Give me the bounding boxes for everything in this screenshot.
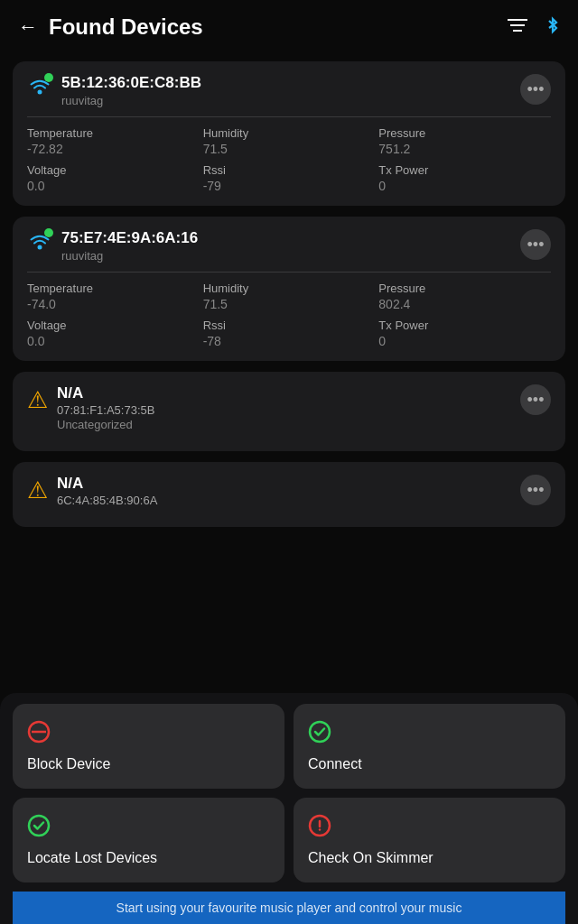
stat-temperature: Temperature -72.82 — [27, 126, 200, 156]
device-mac: 5B:12:36:0E:C8:BB — [61, 74, 201, 92]
wifi-container — [27, 74, 52, 103]
humidity-value: 71.5 — [203, 297, 376, 311]
action-overlay: Block Device Connect Locate Lost Devices — [0, 693, 578, 924]
locate-lost-button[interactable]: Locate Lost Devices — [13, 798, 284, 882]
rssi-value: -79 — [203, 179, 376, 193]
humidity-label: Humidity — [203, 282, 376, 295]
txpower-label: Tx Power — [378, 163, 551, 177]
svg-point-7 — [310, 722, 330, 742]
txpower-label: Tx Power — [378, 319, 551, 332]
temperature-label: Temperature — [27, 126, 200, 140]
divider — [27, 272, 551, 273]
device-header: ⚠ N/A 6C:4A:85:4B:90:6A ••• — [27, 475, 551, 507]
skimmer-icon — [308, 814, 331, 843]
rssi-label: Rssi — [203, 319, 376, 332]
warning-icon: ⚠ — [27, 476, 48, 504]
rssi-value: -78 — [203, 334, 376, 348]
device-header: ⚠ N/A 07:81:F1:A5:73:5B Uncategorized ••… — [27, 384, 551, 431]
pressure-value: 751.2 — [378, 142, 551, 156]
temperature-value: -72.82 — [27, 142, 200, 156]
device-category: Uncategorized — [57, 418, 154, 431]
device-card: 5B:12:36:0E:C8:BB ruuvitag ••• Temperatu… — [13, 61, 565, 206]
pressure-label: Pressure — [378, 282, 551, 295]
device-name: N/A — [57, 384, 154, 402]
txpower-value: 0 — [378, 179, 551, 193]
device-list: 5B:12:36:0E:C8:BB ruuvitag ••• Temperatu… — [0, 54, 578, 534]
check-skimmer-button[interactable]: Check On Skimmer — [294, 798, 565, 882]
connect-button[interactable]: Connect — [294, 704, 565, 789]
page-title: Found Devices — [49, 14, 203, 40]
device-type: ruuvitag — [61, 94, 201, 107]
divider — [27, 116, 551, 117]
svg-point-3 — [38, 90, 42, 95]
device-name-group: 5B:12:36:0E:C8:BB ruuvitag — [61, 74, 201, 107]
stat-voltage: Voltage 0.0 — [27, 163, 200, 193]
stat-humidity: Humidity 71.5 — [203, 126, 376, 156]
humidity-label: Humidity — [203, 126, 376, 140]
device-card: ⚠ N/A 07:81:F1:A5:73:5B Uncategorized ••… — [13, 372, 565, 451]
block-device-button[interactable]: Block Device — [13, 704, 284, 789]
more-button[interactable]: ••• — [520, 475, 551, 505]
status-indicator — [44, 228, 53, 237]
svg-point-4 — [38, 245, 42, 250]
voltage-label: Voltage — [27, 319, 200, 332]
voltage-value: 0.0 — [27, 179, 200, 193]
stat-txpower: Tx Power 0 — [378, 319, 551, 348]
filter-icon[interactable] — [508, 17, 527, 38]
check-skimmer-label: Check On Skimmer — [308, 850, 434, 866]
block-device-label: Block Device — [27, 756, 110, 772]
locate-icon — [27, 814, 51, 843]
txpower-value: 0 — [378, 334, 551, 348]
svg-point-10 — [319, 828, 321, 830]
stat-voltage: Voltage 0.0 — [27, 319, 200, 348]
device-card: ⚠ N/A 6C:4A:85:4B:90:6A ••• — [13, 462, 565, 527]
stat-humidity: Humidity 71.5 — [203, 282, 376, 311]
block-icon — [27, 720, 51, 749]
stat-pressure: Pressure 751.2 — [378, 126, 551, 156]
device-header-left: 5B:12:36:0E:C8:BB ruuvitag — [27, 74, 201, 107]
device-name-group: N/A 07:81:F1:A5:73:5B Uncategorized — [57, 384, 154, 431]
voltage-value: 0.0 — [27, 334, 200, 348]
stat-temperature: Temperature -74.0 — [27, 282, 200, 311]
device-name-group: N/A 6C:4A:85:4B:90:6A — [57, 475, 157, 507]
connect-label: Connect — [308, 756, 362, 772]
connect-icon — [308, 720, 331, 749]
device-mac: 07:81:F1:A5:73:5B — [57, 403, 154, 417]
device-header-left: 75:E7:4E:9A:6A:16 ruuvitag — [27, 229, 198, 263]
media-bar: Start using your favourite music player … — [13, 892, 565, 924]
media-bar-text: Start using your favourite music player … — [117, 901, 462, 915]
header-right — [508, 15, 560, 40]
device-name-group: 75:E7:4E:9A:6A:16 ruuvitag — [61, 229, 198, 263]
device-header-left: ⚠ N/A 6C:4A:85:4B:90:6A — [27, 475, 157, 507]
locate-lost-label: Locate Lost Devices — [27, 850, 157, 866]
device-name: N/A — [57, 475, 157, 493]
device-mac: 6C:4A:85:4B:90:6A — [57, 494, 157, 507]
device-card: 75:E7:4E:9A:6A:16 ruuvitag ••• Temperatu… — [13, 217, 565, 361]
back-button[interactable]: ← — [18, 15, 38, 39]
humidity-value: 71.5 — [203, 142, 376, 156]
pressure-label: Pressure — [378, 126, 551, 140]
rssi-label: Rssi — [203, 163, 376, 177]
device-mac: 75:E7:4E:9A:6A:16 — [61, 229, 198, 247]
stats-grid: Temperature -72.82 Humidity 71.5 Pressur… — [27, 126, 551, 193]
action-grid: Block Device Connect Locate Lost Devices — [13, 704, 565, 882]
more-button[interactable]: ••• — [520, 74, 551, 105]
stat-pressure: Pressure 802.4 — [378, 282, 551, 311]
wifi-container — [27, 229, 52, 258]
stat-txpower: Tx Power 0 — [378, 163, 551, 193]
voltage-label: Voltage — [27, 163, 200, 177]
device-header: 5B:12:36:0E:C8:BB ruuvitag ••• — [27, 74, 551, 107]
header: ← Found Devices — [0, 0, 578, 54]
device-header-left: ⚠ N/A 07:81:F1:A5:73:5B Uncategorized — [27, 384, 154, 431]
status-indicator — [44, 73, 53, 82]
stats-grid: Temperature -74.0 Humidity 71.5 Pressure… — [27, 282, 551, 348]
pressure-value: 802.4 — [378, 297, 551, 311]
stat-rssi: Rssi -78 — [203, 319, 376, 348]
more-button[interactable]: ••• — [520, 384, 551, 415]
svg-point-8 — [29, 816, 49, 836]
more-button[interactable]: ••• — [520, 229, 551, 260]
device-header: 75:E7:4E:9A:6A:16 ruuvitag ••• — [27, 229, 551, 263]
device-type: ruuvitag — [61, 249, 198, 263]
bluetooth-icon[interactable] — [545, 15, 560, 40]
stat-rssi: Rssi -79 — [203, 163, 376, 193]
